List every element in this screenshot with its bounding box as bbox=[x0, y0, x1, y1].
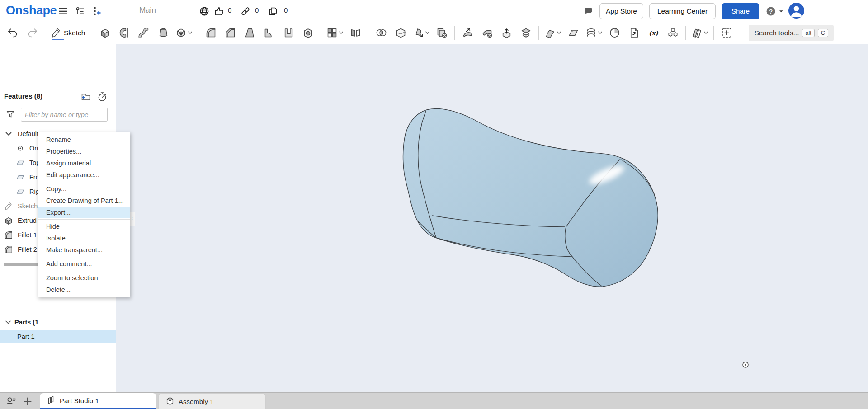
user-avatar[interactable] bbox=[788, 3, 804, 19]
sketch-label: Sketch bbox=[64, 29, 85, 37]
person-icon bbox=[788, 3, 804, 19]
replace-face-icon bbox=[500, 27, 513, 39]
tab-assembly-1[interactable]: Assembly 1 bbox=[158, 393, 266, 409]
part-3d-model[interactable] bbox=[398, 102, 678, 305]
like-button[interactable] bbox=[212, 5, 226, 18]
thicken-button[interactable] bbox=[174, 24, 194, 42]
share-button[interactable]: Share bbox=[722, 3, 760, 19]
menu-item-zoom-to-selection[interactable]: Zoom to selection bbox=[38, 272, 130, 284]
menu-item-copy[interactable]: Copy... bbox=[38, 183, 130, 195]
chevron-down-icon[interactable] bbox=[339, 29, 344, 37]
help-button[interactable]: ? bbox=[764, 5, 778, 18]
mirror-button[interactable] bbox=[346, 24, 364, 42]
menu-item-rename[interactable]: Rename bbox=[38, 134, 130, 146]
menu-separator bbox=[38, 182, 130, 182]
learning-center-button[interactable]: Learning Center bbox=[649, 3, 716, 19]
main-menu-button[interactable] bbox=[57, 5, 70, 18]
wrap-button[interactable] bbox=[689, 24, 710, 42]
chevron-down-icon[interactable] bbox=[425, 29, 430, 37]
shell-button[interactable] bbox=[279, 24, 297, 42]
hole-icon bbox=[302, 27, 314, 39]
menu-item-create-drawing-of-part-1[interactable]: Create Drawing of Part 1... bbox=[38, 195, 130, 207]
fillet-button[interactable] bbox=[202, 24, 220, 42]
revolve-button[interactable] bbox=[115, 24, 133, 42]
rib-icon bbox=[263, 27, 275, 39]
features-panel-title: Features (8) bbox=[4, 92, 42, 100]
sheet-metal-button[interactable] bbox=[625, 24, 643, 42]
tab-label: Assembly 1 bbox=[179, 398, 214, 405]
parts-section-header[interactable]: Parts (1 bbox=[0, 315, 116, 329]
origin-marker[interactable] bbox=[742, 361, 749, 368]
comments-button[interactable] bbox=[581, 5, 595, 18]
linear-pattern-icon bbox=[326, 27, 338, 39]
link-icon bbox=[240, 6, 251, 17]
help-menu-caret[interactable] bbox=[778, 5, 785, 18]
public-document-button[interactable] bbox=[198, 5, 211, 18]
helix-button[interactable] bbox=[584, 24, 604, 42]
fillet-icon bbox=[205, 27, 217, 39]
menu-item-export[interactable]: Export... bbox=[38, 207, 130, 218]
chevron-down-icon[interactable] bbox=[598, 29, 603, 37]
filter-input[interactable] bbox=[21, 108, 108, 122]
plane-button[interactable] bbox=[564, 24, 582, 42]
extrude-button[interactable] bbox=[96, 24, 114, 42]
workspace-name[interactable]: Main bbox=[139, 6, 156, 15]
search-tools-button[interactable]: Search tools...altC bbox=[749, 25, 833, 41]
manage-tabs-button[interactable] bbox=[5, 395, 18, 408]
filter-button[interactable] bbox=[5, 109, 15, 119]
redo-button[interactable] bbox=[23, 24, 41, 42]
split-button[interactable] bbox=[392, 24, 410, 42]
insert-folder-button[interactable] bbox=[80, 91, 92, 103]
custom-feature-button[interactable] bbox=[717, 24, 736, 42]
replace-face-button[interactable] bbox=[497, 24, 515, 42]
version-graph-icon bbox=[75, 6, 85, 17]
chevron-down-icon[interactable] bbox=[188, 29, 193, 37]
add-tab-button[interactable] bbox=[21, 395, 34, 408]
draft-button[interactable] bbox=[241, 24, 259, 42]
chevron-down-icon[interactable] bbox=[557, 29, 561, 37]
menu-item-assign-material[interactable]: Assign material... bbox=[38, 157, 130, 169]
chevron-down-icon[interactable] bbox=[703, 29, 708, 37]
sweep-button[interactable] bbox=[135, 24, 153, 42]
undo-button[interactable] bbox=[4, 24, 22, 42]
versions-button[interactable] bbox=[73, 5, 87, 18]
linked-documents-button[interactable] bbox=[239, 5, 252, 18]
copies-button[interactable] bbox=[266, 5, 280, 18]
rib-button[interactable] bbox=[260, 24, 278, 42]
chamfer-button[interactable] bbox=[221, 24, 239, 42]
transform-button[interactable] bbox=[411, 24, 431, 42]
composite-part-button[interactable] bbox=[664, 24, 682, 42]
menu-item-delete[interactable]: Delete... bbox=[38, 284, 130, 296]
rollback-history-button[interactable] bbox=[97, 91, 108, 103]
onshape-logo[interactable]: Onshape bbox=[6, 4, 57, 18]
draft-icon bbox=[244, 27, 256, 39]
thicken-icon bbox=[175, 27, 187, 39]
menu-item-isolate[interactable]: Isolate... bbox=[38, 232, 130, 244]
menu-item-make-transparent[interactable]: Make transparent... bbox=[38, 244, 130, 256]
menu-item-properties[interactable]: Properties... bbox=[38, 146, 130, 157]
fill-surface-button[interactable] bbox=[605, 24, 623, 42]
move-face-button[interactable] bbox=[458, 24, 476, 42]
tab-bar: Part Studio 1Assembly 1 bbox=[0, 392, 868, 409]
boolean-button[interactable] bbox=[372, 24, 390, 42]
composite-part-icon bbox=[667, 27, 679, 39]
menu-item-add-comment[interactable]: Add comment... bbox=[38, 258, 130, 270]
copy-icon bbox=[268, 6, 278, 17]
delete-face-button[interactable] bbox=[478, 24, 496, 42]
part-list-item-selected[interactable]: Part 1 bbox=[0, 330, 116, 343]
variable-button[interactable]: (x) bbox=[644, 24, 662, 42]
menu-item-hide[interactable]: Hide bbox=[38, 221, 130, 232]
sketch-button[interactable]: Sketch bbox=[49, 24, 88, 42]
create-version-button[interactable] bbox=[90, 5, 104, 18]
surface-button[interactable] bbox=[542, 24, 563, 42]
model-viewport[interactable]: Top Back Left Z Y X bbox=[116, 44, 868, 392]
app-store-button[interactable]: App Store bbox=[599, 3, 643, 19]
menu-item-edit-appearance[interactable]: Edit appearance... bbox=[38, 169, 130, 181]
tab-part-studio-1[interactable]: Part Studio 1 bbox=[40, 393, 156, 409]
offset-surface-button[interactable] bbox=[517, 24, 535, 42]
linear-pattern-button[interactable] bbox=[325, 24, 345, 42]
copy-count: 0 bbox=[284, 6, 288, 14]
delete-part-button[interactable] bbox=[433, 24, 451, 42]
hole-button[interactable] bbox=[299, 24, 317, 42]
loft-button[interactable] bbox=[154, 24, 172, 42]
